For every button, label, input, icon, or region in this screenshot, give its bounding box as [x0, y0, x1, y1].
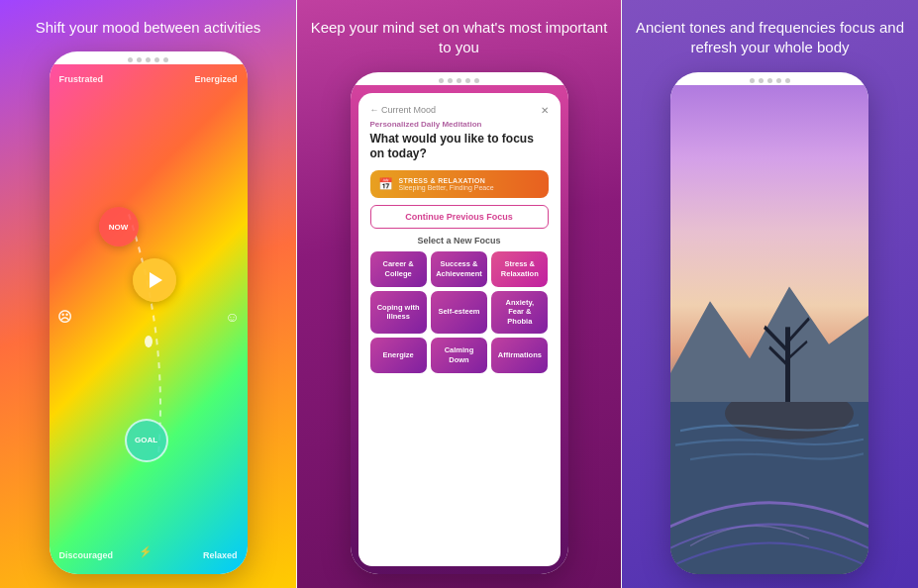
panel-frequencies: Ancient tones and frequencies focus and … — [622, 0, 918, 588]
focus-item-success[interactable]: Success &Achievement — [431, 251, 487, 287]
phone-screen-1: Frustrated Energized Discouraged Relaxed… — [50, 64, 248, 574]
notch-dot — [448, 78, 453, 83]
back-button[interactable]: ← Current Mood — [370, 105, 437, 115]
notch-dot — [750, 78, 755, 83]
landscape-background — [670, 85, 868, 575]
notch-dot — [137, 57, 142, 62]
phone-screen-3 — [670, 85, 868, 575]
focus-grid: Career &College Success &Achievement Str… — [370, 251, 549, 373]
panel1-title: Shift your mood between activities — [36, 18, 261, 38]
focus-item-selfesteem[interactable]: Self-esteem — [431, 291, 487, 334]
phone-notch-1 — [50, 51, 248, 64]
focus-item-stress[interactable]: Stress &Relaxation — [491, 251, 548, 287]
bolt-icon: ⚡ — [139, 545, 153, 558]
dialog-subtitle: Personalized Daily Meditation — [370, 120, 549, 129]
phone-frame-1: Frustrated Energized Discouraged Relaxed… — [50, 51, 248, 574]
notch-dot — [163, 57, 168, 62]
svg-marker-3 — [670, 286, 868, 401]
notch-dot — [146, 57, 151, 62]
panel3-title: Ancient tones and frequencies focus and … — [632, 18, 908, 58]
phone-frame-2: ← Current Mood ✕ Personalized Daily Medi… — [351, 72, 568, 575]
dialog-header: ← Current Mood ✕ — [370, 105, 549, 116]
play-icon — [150, 272, 162, 288]
notch-dot — [474, 78, 479, 83]
focus-item-energize[interactable]: Energize — [370, 338, 427, 373]
phone-screen-2: ← Current Mood ✕ Personalized Daily Medi… — [351, 85, 568, 575]
calendar-icon: 📅 — [378, 177, 393, 191]
svg-point-0 — [145, 336, 153, 347]
focus-category: STRESS & RELAXATION — [399, 177, 541, 184]
focus-item-coping[interactable]: Coping withIllness — [370, 291, 427, 334]
phone-notch-3 — [670, 72, 868, 85]
new-focus-label: Select a New Focus — [370, 236, 549, 245]
focus-dialog: ← Current Mood ✕ Personalized Daily Medi… — [358, 93, 561, 567]
notch-dot — [439, 78, 444, 83]
notch-dot — [154, 57, 159, 62]
notch-dot — [759, 78, 764, 83]
continue-previous-button[interactable]: Continue Previous Focus — [370, 205, 549, 229]
focus-item-career[interactable]: Career &College — [370, 251, 427, 287]
panel2-title: Keep your mind set on what's most import… — [307, 18, 611, 58]
now-circle: NOW — [99, 207, 139, 246]
mood-path-svg — [50, 64, 248, 574]
notch-dot — [465, 78, 470, 83]
notch-dot — [128, 57, 133, 62]
dialog-question: What would you like to focus on today? — [370, 132, 549, 162]
focus-item-anxiety[interactable]: Anxiety,Fear &Phobia — [491, 291, 548, 334]
landscape-svg — [670, 85, 868, 575]
close-button[interactable]: ✕ — [541, 105, 549, 116]
focus-description: Sleeping Better, Finding Peace — [399, 184, 541, 191]
focus-item-affirmations[interactable]: Affirmations — [491, 338, 548, 373]
panel-mood-shift: Shift your mood between activities Frust… — [0, 0, 296, 588]
mood-path: NOW GOAL ⚡ — [50, 64, 248, 574]
panel-focus: Keep your mind set on what's most import… — [297, 0, 621, 588]
focus-item-calming[interactable]: CalmingDown — [431, 338, 487, 373]
phone-frame-3 — [670, 72, 868, 575]
play-button[interactable] — [133, 258, 176, 302]
notch-dot — [767, 78, 772, 83]
notch-dot — [785, 78, 790, 83]
current-focus-banner: 📅 STRESS & RELAXATION Sleeping Better, F… — [370, 170, 549, 198]
goal-circle: GOAL — [125, 419, 168, 462]
banner-text: STRESS & RELAXATION Sleeping Better, Fin… — [399, 177, 541, 191]
phone-notch-2 — [351, 72, 568, 85]
notch-dot — [457, 78, 461, 83]
notch-dot — [776, 78, 781, 83]
